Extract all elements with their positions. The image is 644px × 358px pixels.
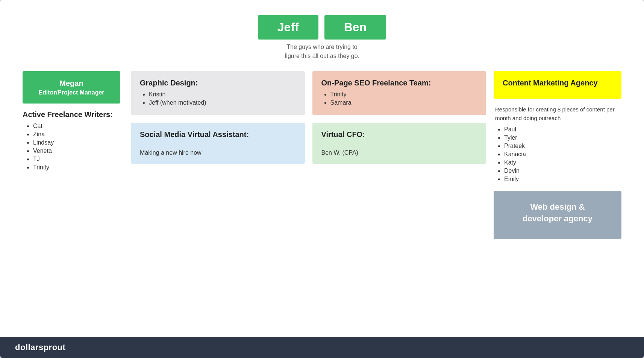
web-agency-card: Web design & developer agency: [494, 191, 621, 239]
list-item: Lindsay: [33, 139, 120, 146]
virtual-cfo-card: Virtual CFO: Ben W. (CPA): [312, 123, 486, 164]
seo-team-card: On-Page SEO Freelance Team: Trinity Sama…: [312, 71, 486, 115]
slide-main: Jeff Ben The guys who are trying to figu…: [0, 0, 644, 337]
seo-team-heading: On-Page SEO Freelance Team:: [321, 79, 477, 87]
right-column: Content Marketing Agency Responsible for…: [494, 71, 621, 329]
graphic-design-card: Graphic Design: Kristin Jeff (when motiv…: [131, 71, 305, 115]
list-item: Cat: [33, 123, 120, 129]
content-agency-list: Paul Tyler Prateek Kanacia Katy Devin Em…: [495, 126, 620, 183]
list-item: Katy: [504, 159, 620, 166]
megan-badge: Megan Editor/Project Manager: [23, 71, 120, 104]
list-item: Trinity: [33, 164, 120, 171]
list-item: Prateek: [504, 143, 620, 149]
graphic-design-list: Kristin Jeff (when motivated): [140, 91, 296, 106]
list-item: Devin: [504, 168, 620, 174]
web-agency-heading: Web design & developer agency: [503, 201, 612, 225]
list-item: Paul: [504, 126, 620, 133]
content-agency-details: Responsible for creating 8 pieces of con…: [494, 105, 621, 184]
megan-name: Megan: [32, 78, 111, 88]
founders-section: Jeff Ben The guys who are trying to figu…: [23, 15, 621, 61]
list-item: Veneta: [33, 148, 120, 154]
founders-subtitle: The guys who are trying to figure this a…: [285, 43, 359, 61]
slide-footer: dollarsprout: [0, 337, 644, 358]
content-agency-description: Responsible for creating 8 pieces of con…: [495, 105, 620, 122]
slide-container: Jeff Ben The guys who are trying to figu…: [0, 0, 644, 358]
virtual-cfo-heading: Virtual CFO:: [321, 130, 477, 139]
social-media-heading: Social Media Virtual Assistant:: [140, 130, 296, 139]
content-agency-heading: Content Marketing Agency: [503, 79, 612, 87]
middle-right-area: Graphic Design: Kristin Jeff (when motiv…: [131, 71, 621, 329]
seo-team-list: Trinity Samara: [321, 91, 477, 106]
list-item: Kanacia: [504, 151, 620, 158]
list-item: Jeff (when motivated): [149, 99, 296, 106]
writers-list: Cat Zina Lindsay Veneta TJ Trinity: [23, 123, 120, 171]
writers-section: Active Freelance Writers: Cat Zina Linds…: [23, 110, 120, 172]
jeff-badge: Jeff: [258, 15, 318, 40]
list-item: Samara: [330, 99, 477, 106]
list-item: Emily: [504, 176, 620, 183]
graphic-design-heading: Graphic Design:: [140, 79, 296, 87]
content-agency-card: Content Marketing Agency: [494, 71, 621, 99]
list-item: Kristin: [149, 91, 296, 98]
list-item: Trinity: [330, 91, 477, 98]
virtual-cfo-member: Ben W. (CPA): [321, 149, 477, 156]
list-item: TJ: [33, 156, 120, 163]
content-area: Megan Editor/Project Manager Active Free…: [23, 71, 621, 329]
middle-col-2: On-Page SEO Freelance Team: Trinity Sama…: [312, 71, 486, 329]
ben-badge: Ben: [324, 15, 386, 40]
middle-col-1: Graphic Design: Kristin Jeff (when motiv…: [131, 71, 305, 329]
brand-logo: dollarsprout: [15, 343, 65, 352]
list-item: Zina: [33, 131, 120, 138]
writers-heading: Active Freelance Writers:: [23, 110, 120, 119]
founders-badges: Jeff Ben: [258, 15, 386, 40]
social-media-card: Social Media Virtual Assistant: Making a…: [131, 123, 305, 164]
social-media-note: Making a new hire now: [140, 149, 296, 156]
list-item: Tyler: [504, 134, 620, 141]
megan-role: Editor/Project Manager: [32, 88, 111, 97]
left-column: Megan Editor/Project Manager Active Free…: [23, 71, 120, 329]
